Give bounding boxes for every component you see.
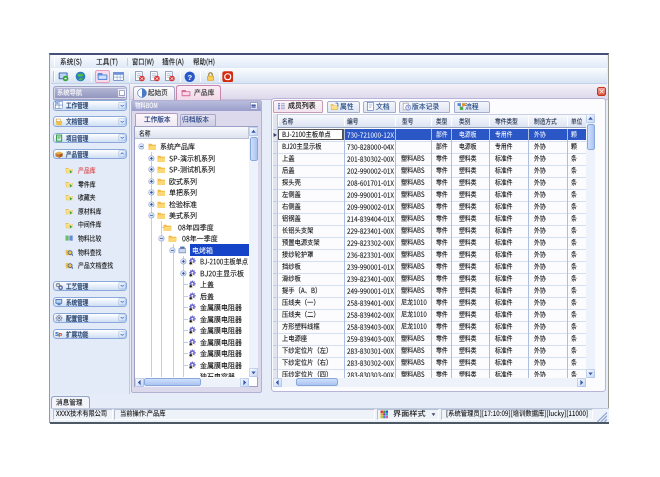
- svg-text:?: ?: [187, 72, 192, 81]
- svg-text:P: P: [59, 332, 63, 338]
